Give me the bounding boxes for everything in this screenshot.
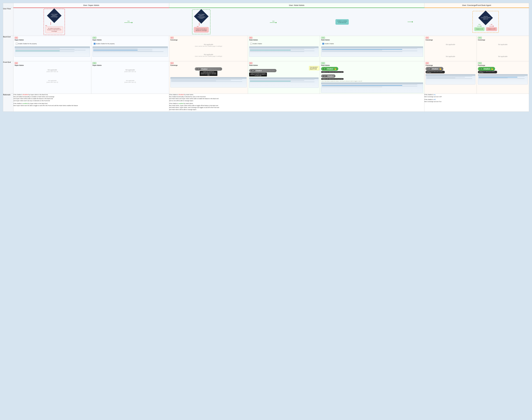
be-ha-no-checkbox-label: Enable Chatbot xyxy=(253,43,262,45)
be-ha-yes-checkbox[interactable]: ✓ xyxy=(322,43,324,45)
l2 xyxy=(479,77,517,77)
fe-con-no2-content: NO Concierge OFF Chatbot 👆 Chatbot is of… xyxy=(424,61,477,85)
fe-con-no-cell: NO Concierge OFF Chatbot disabled by Hot… xyxy=(169,61,248,94)
rm-p1-highlight: disabled xyxy=(178,94,184,95)
yes2-line xyxy=(270,22,277,23)
fe-sa-yes-na: Not applicable (users don't see UI) xyxy=(93,66,168,75)
con-yes-hline xyxy=(477,26,481,26)
fe-con-no-role: Concierge xyxy=(170,64,247,66)
fe-ha-yes-toggles: ON Chatbot 👆 Chatbot is on. Click to tur… xyxy=(321,67,423,82)
rm-p1-and2: and no one will be able to manage topics xyxy=(169,100,193,102)
back-end-label: Back End xyxy=(3,36,14,61)
chatbot-on-box: Chatbot is ON xyxy=(474,27,485,31)
fe-con-yes-on-pill: ON xyxy=(480,68,483,70)
no1-vline xyxy=(50,22,51,25)
l3 xyxy=(426,78,455,78)
fe-ha-yes-on-btn[interactable]: ON Chatbot 👆 xyxy=(321,67,338,71)
fe-con-no-content: NO Concierge OFF Chatbot disabled by Hot… xyxy=(169,61,248,88)
fe-ha-no-tooltip: Chatbot was disabled by #firstname #last… xyxy=(249,73,267,76)
be-ha-no-checkbox[interactable] xyxy=(250,43,252,45)
rationale-label: Rationale xyxy=(3,94,14,112)
fe-ha-no-off-pill: OFF xyxy=(251,70,255,72)
fe-con-yes-cell: YES Concierge ON Chatbot 👆 Chatbot is on… xyxy=(477,61,529,94)
con-no-arrowhead xyxy=(493,26,494,27)
rm-p2-and1: and Hotel Admin, Super Admin, and Concie… xyxy=(169,107,219,108)
diamond3-node: Does the concierge(s) want to keep it on… xyxy=(474,13,497,23)
fe-sa-no-indicator: NO xyxy=(15,62,90,64)
no2-branch: NO Chatbot functionality is blocked for … xyxy=(194,23,209,33)
corner-cell xyxy=(3,3,14,8)
rm-p1-suffix: , xyxy=(193,94,194,95)
diamond1-text: Is the Chatbot enabled in CMS/Settings? xyxy=(49,14,59,18)
no1-label-row: NO xyxy=(45,25,47,26)
fe-con-yes-btn[interactable]: ON Chatbot 👆 xyxy=(478,67,495,71)
flow-diagram: Is the Chatbot enabled in CMS/Settings? … xyxy=(14,8,529,36)
fe-con-no-chatbot-btn[interactable]: OFF Chatbot disabled by Hotel Admin xyxy=(195,67,222,71)
no1-branch: NO All chatbot functionality is invisibl… xyxy=(45,22,63,33)
rationale-left: If the chatbot is disabled by Super Admi… xyxy=(14,94,169,112)
fe-con-no2-ss-top xyxy=(426,74,475,76)
fe-ha-yes-ss-top xyxy=(321,83,423,84)
rl-p1-actor: Super Admin xyxy=(31,94,38,95)
fe-ha-yes-off-btn[interactable]: OFF Chatbot xyxy=(321,75,336,78)
yes1-arrow: YES xyxy=(124,20,133,23)
fe-con-no-ss-content xyxy=(171,79,247,83)
ha-flow-section: Is the Chatbot enabled in CMS/Messaging … xyxy=(192,9,210,34)
fe-ha-no-role: Hotel Admin xyxy=(249,64,319,66)
be-sa-no-badge: NO xyxy=(15,37,18,39)
fe-sa-no-na: Not applicable (users don't see UI) xyxy=(15,66,90,75)
l3 xyxy=(171,81,216,81)
diamond3-shape: Does the concierge(s) want to keep it on… xyxy=(478,11,493,25)
diamond2-node: Is the Chatbot enabled in CMS/Messaging … xyxy=(194,11,209,22)
fe-con-no2-btn[interactable]: OFF Chatbot 👆 xyxy=(426,67,443,71)
be-sa-yes-screenshot xyxy=(93,46,168,57)
be-con-no2-content: NO Concierge Not applicable Not applicab… xyxy=(424,36,477,61)
rationale-left-p1: If the chatbot is disabled by Super Admi… xyxy=(14,94,169,102)
fe-con-yes-ss-top xyxy=(478,74,528,76)
be-sa-yes-checkbox[interactable]: ✓ xyxy=(94,43,95,45)
to-concierge-arrow xyxy=(407,21,413,23)
fe-ha-yes-cursor: 👆 xyxy=(334,68,336,70)
be-con-no-na2: Not applicable (user cannot see the Chat… xyxy=(170,51,247,60)
rationale-right: If the chatbot is on, then Concierge can… xyxy=(424,94,529,112)
fe-sa-no-content: NO Super Admin Not applicable (users don… xyxy=(14,61,91,87)
line4 xyxy=(93,51,152,51)
line3 xyxy=(250,50,291,50)
line1 xyxy=(322,48,417,49)
be-ha-no-ss-topbar xyxy=(249,46,318,48)
rm-p2-actor: Hotel Admin xyxy=(186,103,193,104)
fe-ha-yes-badge: YES xyxy=(321,62,325,64)
be-con-no2-role: Concierge xyxy=(426,39,475,41)
rl-p1-then: then all chatbot functionality is invisi… xyxy=(14,96,54,97)
be-ha-no-ss-content xyxy=(249,48,318,53)
user-flow-row: User Flow Is the Chatbot enabled in CMS/… xyxy=(3,8,529,36)
diamond1-node: Is the Chatbot enabled in CMS/Settings? xyxy=(45,11,63,21)
fe-sa-yes-indicator: YES xyxy=(93,62,168,64)
rm-p2-prefix: If the chatbot is xyxy=(169,103,179,104)
be-sa-no-content: NO Super Admin Enable Chatbot for the pr… xyxy=(14,36,91,58)
be-sa-yes-ss-content xyxy=(93,48,168,53)
rr-p1-suffix: , xyxy=(435,94,436,95)
line2 xyxy=(322,49,402,50)
be-sa-no-checkbox[interactable] xyxy=(16,43,17,45)
be-ha-yes-ss-content xyxy=(321,48,423,53)
rationale-middle: If the chatbot is disabled by Hotel Admi… xyxy=(169,94,424,112)
fe-ha-no-content: NO Hotel Admin Only Hotel Admin can enab… xyxy=(248,61,320,89)
fe-con-no-badge: NO xyxy=(170,62,174,64)
line5 xyxy=(15,51,75,52)
line4 xyxy=(15,51,60,51)
fe-con-no-screenshot xyxy=(170,77,247,88)
front-end-label: Front End xyxy=(3,61,14,94)
be-sa-yes-role: Super Admin xyxy=(93,39,168,41)
no1-row xyxy=(45,22,51,25)
fe-ha-yes-screenshot xyxy=(321,82,423,93)
fe-ha-no-badge: NO xyxy=(249,62,252,64)
fe-ha-no-chatbot-btn[interactable]: OFF Chatbot disabled by Hotel Admin xyxy=(249,69,277,72)
fe-sa-no-na-sub: (users don't see UI) xyxy=(47,71,58,72)
be-ha-yes-content: YES Hotel Admin ✓ Enable Chatbot xyxy=(320,36,424,58)
fe-con-no2-off-pill: OFF xyxy=(427,68,431,70)
fe-con-no2-status: Chatbot is off. Click to turn it on for … xyxy=(426,71,445,73)
l1 xyxy=(250,79,314,80)
be-con-yes-content: YES Concierge Not applicable Not applica… xyxy=(477,36,529,61)
fe-ha-no-sticky-wrapper: Only Hotel Admin can enable this feature… xyxy=(249,67,319,76)
